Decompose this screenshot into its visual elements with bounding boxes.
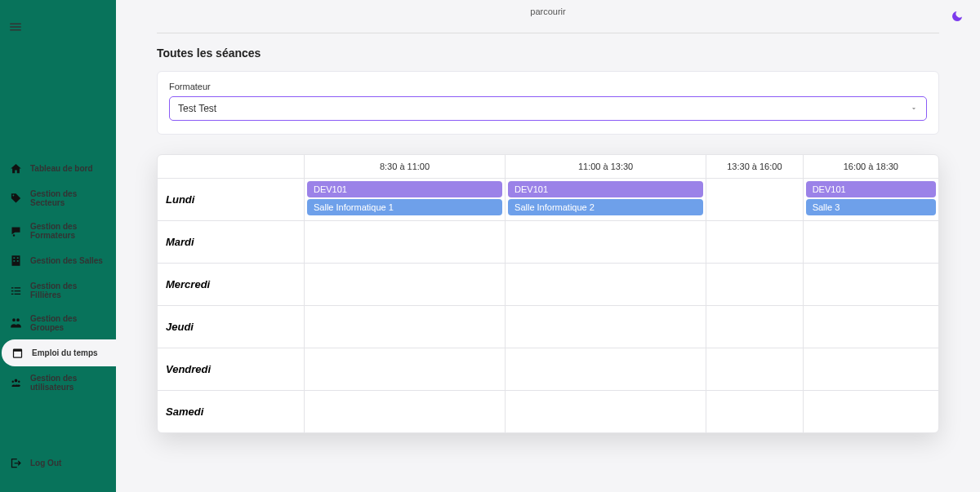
theme-toggle[interactable] xyxy=(951,10,964,26)
sidebar-item-users[interactable]: Gestion des utilisateurs xyxy=(0,366,116,399)
day-label: Lundi xyxy=(158,179,305,220)
slot-cell[interactable] xyxy=(706,391,804,432)
formateur-select[interactable]: Test Test xyxy=(169,96,927,121)
sidebar-item-dashboard[interactable]: Tableau de bord xyxy=(0,155,116,182)
slot-cell[interactable] xyxy=(706,264,804,305)
slot-cell[interactable] xyxy=(305,221,506,263)
slot-cell[interactable] xyxy=(706,306,804,348)
day-slots xyxy=(305,264,938,305)
day-slots xyxy=(305,391,938,432)
slot-cell[interactable] xyxy=(305,264,506,305)
day-label: Jeudi xyxy=(158,306,305,348)
schedule-row-mardi: Mardi xyxy=(158,221,938,264)
divider xyxy=(157,33,939,33)
slot-cell[interactable] xyxy=(506,348,706,390)
slot-cell[interactable] xyxy=(804,221,938,263)
time-header: 13:30 à 16:00 xyxy=(706,155,804,178)
slot-cell[interactable]: DEV101 Salle Informatique 1 xyxy=(305,179,506,220)
logout-label: Log Out xyxy=(30,459,61,468)
schedule-row-mercredi: Mercredi xyxy=(158,264,938,306)
main-content: parcourir Toutes les séances Formateur T… xyxy=(116,0,980,492)
section-title: Toutes les séances xyxy=(157,47,939,60)
day-slots xyxy=(305,221,938,263)
slot-cell[interactable] xyxy=(305,348,506,390)
sidebar-item-label: Gestion des Groupes xyxy=(30,314,106,332)
formateur-value: Test Test xyxy=(178,103,216,114)
slot-cell[interactable] xyxy=(804,391,938,432)
room-pill: Salle 3 xyxy=(806,199,936,215)
sidebar-item-label: Gestion des utilisateurs xyxy=(30,374,106,392)
sidebar: Tableau de bord Gestion des Secteurs Ges… xyxy=(0,0,116,492)
slot-cell[interactable] xyxy=(506,264,706,305)
schedule-row-vendredi: Vendredi xyxy=(158,348,938,391)
room-pill: Salle Informatique 2 xyxy=(508,199,703,215)
slot-cell[interactable]: DEV101 Salle Informatique 2 xyxy=(506,179,706,220)
day-slots xyxy=(305,306,938,348)
hamburger-menu[interactable] xyxy=(0,0,116,57)
corner-cell xyxy=(158,155,305,178)
slot-cell[interactable]: DEV101 Salle 3 xyxy=(804,179,938,220)
sidebar-item-label: Gestion des Salles xyxy=(30,256,103,265)
sidebar-item-filieres[interactable]: Gestion des Fillières xyxy=(0,274,116,307)
slot-cell[interactable] xyxy=(506,306,706,348)
teacher-icon xyxy=(10,225,22,237)
slot-cell[interactable] xyxy=(706,221,804,263)
logout-button[interactable]: Log Out xyxy=(0,447,116,492)
time-headers: 8:30 à 11:00 11:00 à 13:30 13:30 à 16:00… xyxy=(305,155,938,178)
schedule-row-lundi: Lundi DEV101 Salle Informatique 1 DEV101… xyxy=(158,179,938,221)
home-icon xyxy=(10,162,22,175)
slot-cell[interactable] xyxy=(706,348,804,390)
sidebar-item-label: Gestion des Secteurs xyxy=(30,189,106,207)
day-label: Mardi xyxy=(158,221,305,263)
sidebar-item-label: Gestion des Fillières xyxy=(30,281,106,299)
top-area: parcourir xyxy=(157,0,939,33)
slot-cell[interactable] xyxy=(506,391,706,432)
day-label: Vendredi xyxy=(158,348,305,390)
sidebar-item-label: Tableau de bord xyxy=(30,164,93,173)
slot-cell[interactable] xyxy=(804,306,938,348)
schedule-header-row: 8:30 à 11:00 11:00 à 13:30 13:30 à 16:00… xyxy=(158,155,938,179)
slot-cell[interactable] xyxy=(305,306,506,348)
building-icon xyxy=(10,255,22,267)
group-icon xyxy=(10,317,22,330)
time-header: 16:00 à 18:30 xyxy=(804,155,938,178)
sidebar-item-trainers[interactable]: Gestion des Formateurs xyxy=(0,215,116,247)
sidebar-item-timetable[interactable]: Emploi du temps xyxy=(2,339,116,366)
day-slots xyxy=(305,348,938,390)
schedule-row-samedi: Samedi xyxy=(158,391,938,432)
room-pill: Salle Informatique 1 xyxy=(307,199,502,215)
time-header: 8:30 à 11:00 xyxy=(305,155,506,178)
sidebar-item-sectors[interactable]: Gestion des Secteurs xyxy=(0,182,116,215)
course-pill: DEV101 xyxy=(307,181,502,197)
formateur-label: Formateur xyxy=(169,82,927,91)
sidebar-item-groups[interactable]: Gestion des Groupes xyxy=(0,307,116,339)
time-header: 11:00 à 13:30 xyxy=(506,155,706,178)
schedule-table: 8:30 à 11:00 11:00 à 13:30 13:30 à 16:00… xyxy=(157,154,939,433)
moon-icon xyxy=(951,10,964,23)
filter-card: Formateur Test Test xyxy=(157,71,939,135)
slot-cell[interactable] xyxy=(706,179,804,220)
course-pill: DEV101 xyxy=(806,181,936,197)
slot-cell[interactable] xyxy=(305,391,506,432)
logout-icon xyxy=(10,457,22,469)
course-pill: DEV101 xyxy=(508,181,703,197)
chevron-down-icon xyxy=(910,104,918,113)
sidebar-item-label: Gestion des Formateurs xyxy=(30,222,106,240)
sidebar-item-label: Emploi du temps xyxy=(32,348,98,357)
tag-icon xyxy=(10,193,22,205)
day-label: Mercredi xyxy=(158,264,305,305)
parcourir-link[interactable]: parcourir xyxy=(157,7,939,16)
nav: Tableau de bord Gestion des Secteurs Ges… xyxy=(0,57,116,447)
day-slots: DEV101 Salle Informatique 1 DEV101 Salle… xyxy=(305,179,938,220)
slot-cell[interactable] xyxy=(506,221,706,263)
sidebar-item-rooms[interactable]: Gestion des Salles xyxy=(0,247,116,274)
users-icon xyxy=(10,377,22,389)
schedule-row-jeudi: Jeudi xyxy=(158,306,938,348)
list-icon xyxy=(10,285,22,297)
slot-cell[interactable] xyxy=(804,348,938,390)
slot-cell[interactable] xyxy=(804,264,938,305)
hamburger-icon xyxy=(8,20,23,34)
day-label: Samedi xyxy=(158,391,305,432)
calendar-icon xyxy=(11,347,24,359)
